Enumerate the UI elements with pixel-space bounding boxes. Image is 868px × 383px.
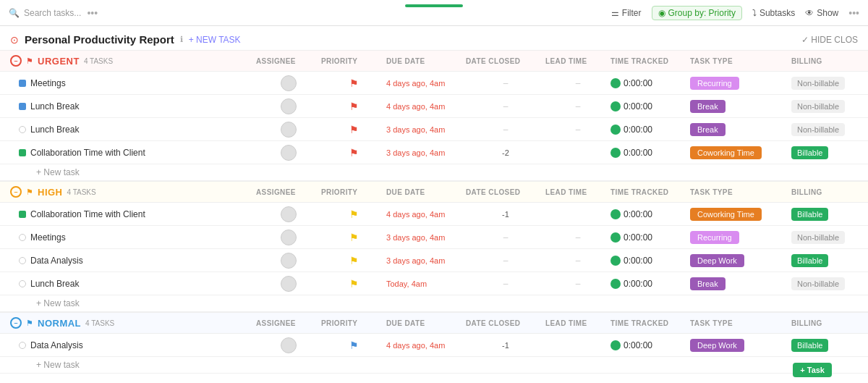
priority-flag-icon[interactable]: ⚑ bbox=[349, 278, 359, 290]
task-type-badge[interactable]: Break bbox=[690, 123, 726, 136]
task-name[interactable]: Lunch Break bbox=[30, 101, 79, 111]
billing-badge[interactable]: Non-billable bbox=[791, 77, 845, 90]
assignee-avatar[interactable] bbox=[281, 145, 297, 161]
due-date-value: 4 days ago, 4am bbox=[386, 210, 445, 219]
priority-flag-icon[interactable]: ⚑ bbox=[349, 101, 359, 112]
time-circle-icon bbox=[610, 340, 621, 350]
new-task-row[interactable]: + New task bbox=[0, 164, 868, 181]
col-priority: PRIORITY bbox=[321, 188, 386, 196]
task-name-cell: Meetings bbox=[10, 78, 256, 88]
time-tracked-value: 0:00:00 bbox=[624, 209, 652, 219]
task-name[interactable]: Meetings bbox=[30, 232, 66, 243]
task-name[interactable]: Meetings bbox=[30, 78, 66, 88]
lead-time-value: – bbox=[576, 232, 581, 243]
priority-flag-icon[interactable]: ⚑ bbox=[349, 232, 359, 243]
search-box[interactable]: 🔍 Search tasks... bbox=[9, 8, 81, 18]
billing-badge[interactable]: Non-billable bbox=[791, 123, 845, 136]
col-assignee: ASSIGNEE bbox=[256, 319, 321, 327]
task-name[interactable]: Lunch Break bbox=[30, 125, 79, 135]
task-row[interactable]: Data Analysis ⚑ 4 days ago, 4am -1 0:00:… bbox=[0, 334, 868, 357]
task-status-dot bbox=[19, 80, 26, 87]
subtasks-icon: ⤵ bbox=[752, 8, 757, 18]
more-options-icon[interactable]: ••• bbox=[87, 7, 98, 19]
subtasks-button[interactable]: ⤵ Subtasks bbox=[752, 8, 795, 18]
task-row[interactable]: Meetings ⚑ 4 days ago, 4am – – 0:00:00 R… bbox=[0, 72, 868, 95]
assignee-avatar[interactable] bbox=[281, 230, 297, 245]
date-closed-value: – bbox=[503, 256, 509, 266]
task-name[interactable]: Collaboration Time with Client bbox=[30, 148, 145, 158]
section-header-high: – ⚑ HIGH 4 TASKS ASSIGNEE PRIORITY DUE D… bbox=[0, 181, 868, 203]
priority-flag-icon[interactable]: ⚑ bbox=[349, 124, 359, 135]
add-task-button[interactable]: + Task bbox=[793, 363, 832, 377]
add-task-row[interactable]: + New task + Task bbox=[0, 357, 868, 374]
task-name[interactable]: Collaboration Time with Client bbox=[30, 209, 145, 219]
col-time-tracked: TIME TRACKED bbox=[610, 57, 690, 65]
col-due-date: DUE DATE bbox=[386, 57, 466, 65]
task-name[interactable]: Lunch Break bbox=[30, 279, 79, 289]
task-row[interactable]: Lunch Break ⚑ 4 days ago, 4am – – 0:00:0… bbox=[0, 95, 868, 118]
info-icon[interactable]: ℹ bbox=[180, 35, 183, 44]
task-row[interactable]: Collaboration Time with Client ⚑ 4 days … bbox=[0, 203, 868, 226]
billing-badge[interactable]: Non-billable bbox=[791, 231, 845, 244]
group-by-button[interactable]: ◉ Group by: Priority bbox=[652, 6, 742, 20]
date-closed-value: – bbox=[503, 78, 509, 88]
assignee-avatar[interactable] bbox=[281, 337, 297, 353]
due-date-value: 3 days ago, 4am bbox=[386, 125, 445, 134]
billing-badge[interactable]: Billable bbox=[791, 146, 828, 159]
task-type-badge[interactable]: Coworking Time bbox=[690, 208, 762, 221]
assignee-cell bbox=[256, 276, 321, 292]
show-button[interactable]: 👁 Show bbox=[805, 8, 838, 18]
task-row[interactable]: Data Analysis ⚑ 3 days ago, 4am – – 0:00… bbox=[0, 249, 868, 272]
task-row[interactable]: Lunch Break ⚑ Today, 4am – – 0:00:00 Bre… bbox=[0, 272, 868, 295]
date-closed-value: – bbox=[503, 125, 509, 135]
task-row[interactable]: Lunch Break ⚑ 3 days ago, 4am – – 0:00:0… bbox=[0, 118, 868, 141]
section-collapse-icon[interactable]: – bbox=[10, 317, 22, 329]
date-closed-cell: – bbox=[466, 101, 545, 111]
add-task-label[interactable]: + New task bbox=[36, 360, 80, 370]
assignee-avatar[interactable] bbox=[281, 253, 297, 269]
new-task-label[interactable]: + New task bbox=[36, 167, 80, 177]
col-billing: BILLING bbox=[791, 188, 868, 196]
topbar-more-icon[interactable]: ••• bbox=[848, 7, 859, 19]
task-row[interactable]: Meetings ⚑ 3 days ago, 4am – – 0:00:00 R… bbox=[0, 226, 868, 249]
time-tracked-value: 0:00:00 bbox=[624, 78, 652, 88]
priority-flag-icon[interactable]: ⚑ bbox=[349, 77, 359, 89]
new-task-row[interactable]: + New task bbox=[0, 295, 868, 312]
new-task-button[interactable]: + NEW TASK bbox=[189, 35, 241, 45]
billing-badge[interactable]: Billable bbox=[791, 208, 828, 221]
task-type-badge[interactable]: Recurring bbox=[690, 231, 739, 244]
section-collapse-icon[interactable]: – bbox=[10, 186, 22, 198]
new-task-label[interactable]: + New task bbox=[36, 298, 80, 308]
priority-flag-icon[interactable]: ⚑ bbox=[349, 340, 359, 351]
billing-badge[interactable]: Billable bbox=[791, 254, 828, 267]
time-tracked-cell: 0:00:00 bbox=[610, 148, 690, 158]
task-name[interactable]: Data Analysis bbox=[30, 256, 83, 266]
task-type-badge[interactable]: Deep Work bbox=[690, 339, 744, 352]
billing-cell: Non-billable bbox=[791, 232, 868, 243]
priority-flag-icon[interactable]: ⚑ bbox=[349, 147, 359, 159]
section-collapse-icon[interactable]: – bbox=[10, 55, 22, 67]
billing-badge[interactable]: Non-billable bbox=[791, 277, 845, 290]
task-type-badge[interactable]: Deep Work bbox=[690, 254, 744, 267]
assignee-avatar[interactable] bbox=[281, 206, 297, 222]
assignee-avatar[interactable] bbox=[281, 276, 297, 292]
billing-badge[interactable]: Non-billable bbox=[791, 100, 845, 113]
assignee-avatar[interactable] bbox=[281, 75, 297, 91]
hide-close-button[interactable]: ✓ HIDE CLOS bbox=[801, 35, 858, 45]
task-row[interactable]: Collaboration Time with Client ⚑ 3 days … bbox=[0, 141, 868, 164]
col-lead-time: LEAD TIME bbox=[545, 319, 610, 327]
task-type-badge[interactable]: Break bbox=[690, 100, 726, 113]
task-name[interactable]: Data Analysis bbox=[30, 340, 83, 350]
priority-flag-icon[interactable]: ⚑ bbox=[349, 255, 359, 266]
time-tracked-value: 0:00:00 bbox=[624, 101, 652, 111]
task-type-badge[interactable]: Break bbox=[690, 277, 726, 290]
priority-flag-icon[interactable]: ⚑ bbox=[349, 209, 359, 220]
add-task-btn[interactable]: + Task bbox=[793, 363, 832, 377]
assignee-cell bbox=[256, 253, 321, 269]
billing-badge[interactable]: Billable bbox=[791, 339, 828, 352]
assignee-avatar[interactable] bbox=[281, 122, 297, 138]
task-type-badge[interactable]: Recurring bbox=[690, 77, 739, 90]
assignee-avatar[interactable] bbox=[281, 98, 297, 114]
filter-button[interactable]: ⚌ Filter bbox=[611, 8, 642, 18]
task-type-badge[interactable]: Coworking Time bbox=[690, 146, 762, 159]
